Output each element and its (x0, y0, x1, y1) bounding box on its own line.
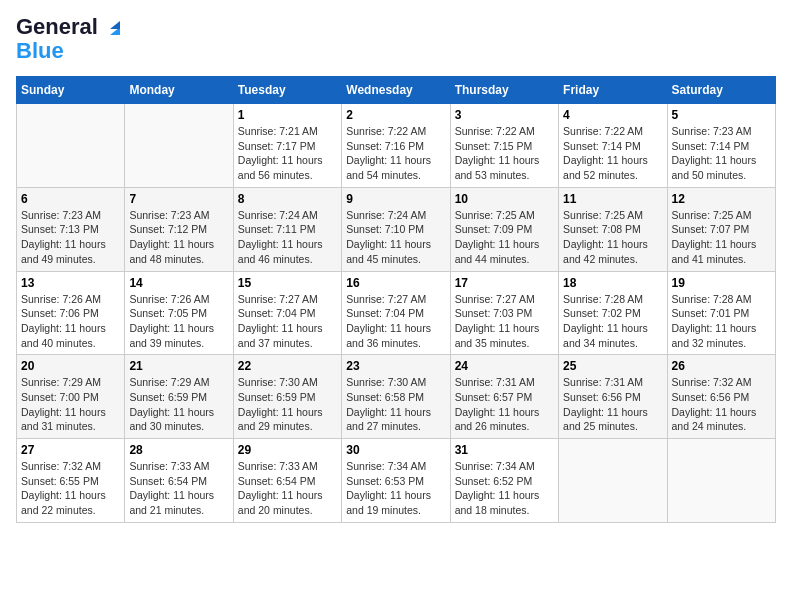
week-row-1: 1Sunrise: 7:21 AM Sunset: 7:17 PM Daylig… (17, 104, 776, 188)
day-info: Sunrise: 7:30 AM Sunset: 6:58 PM Dayligh… (346, 375, 445, 434)
day-cell: 4Sunrise: 7:22 AM Sunset: 7:14 PM Daylig… (559, 104, 667, 188)
day-cell: 13Sunrise: 7:26 AM Sunset: 7:06 PM Dayli… (17, 271, 125, 355)
day-number: 11 (563, 192, 662, 206)
day-info: Sunrise: 7:26 AM Sunset: 7:06 PM Dayligh… (21, 292, 120, 351)
day-info: Sunrise: 7:32 AM Sunset: 6:56 PM Dayligh… (672, 375, 771, 434)
day-info: Sunrise: 7:29 AM Sunset: 7:00 PM Dayligh… (21, 375, 120, 434)
day-cell: 30Sunrise: 7:34 AM Sunset: 6:53 PM Dayli… (342, 439, 450, 523)
svg-marker-1 (110, 21, 120, 29)
day-cell: 15Sunrise: 7:27 AM Sunset: 7:04 PM Dayli… (233, 271, 341, 355)
day-info: Sunrise: 7:21 AM Sunset: 7:17 PM Dayligh… (238, 124, 337, 183)
day-number: 24 (455, 359, 554, 373)
day-number: 16 (346, 276, 445, 290)
day-info: Sunrise: 7:33 AM Sunset: 6:54 PM Dayligh… (238, 459, 337, 518)
day-info: Sunrise: 7:29 AM Sunset: 6:59 PM Dayligh… (129, 375, 228, 434)
day-info: Sunrise: 7:23 AM Sunset: 7:14 PM Dayligh… (672, 124, 771, 183)
day-cell (667, 439, 775, 523)
day-cell: 26Sunrise: 7:32 AM Sunset: 6:56 PM Dayli… (667, 355, 775, 439)
day-cell: 23Sunrise: 7:30 AM Sunset: 6:58 PM Dayli… (342, 355, 450, 439)
day-cell: 5Sunrise: 7:23 AM Sunset: 7:14 PM Daylig… (667, 104, 775, 188)
day-cell: 3Sunrise: 7:22 AM Sunset: 7:15 PM Daylig… (450, 104, 558, 188)
day-cell: 16Sunrise: 7:27 AM Sunset: 7:04 PM Dayli… (342, 271, 450, 355)
day-number: 25 (563, 359, 662, 373)
calendar-table: SundayMondayTuesdayWednesdayThursdayFrid… (16, 76, 776, 523)
day-number: 27 (21, 443, 120, 457)
day-cell: 12Sunrise: 7:25 AM Sunset: 7:07 PM Dayli… (667, 187, 775, 271)
day-number: 13 (21, 276, 120, 290)
day-number: 19 (672, 276, 771, 290)
header-cell-sunday: Sunday (17, 77, 125, 104)
day-number: 2 (346, 108, 445, 122)
day-info: Sunrise: 7:24 AM Sunset: 7:10 PM Dayligh… (346, 208, 445, 267)
day-info: Sunrise: 7:22 AM Sunset: 7:16 PM Dayligh… (346, 124, 445, 183)
day-info: Sunrise: 7:31 AM Sunset: 6:57 PM Dayligh… (455, 375, 554, 434)
logo-line1: General (16, 16, 124, 38)
day-info: Sunrise: 7:30 AM Sunset: 6:59 PM Dayligh… (238, 375, 337, 434)
day-cell: 7Sunrise: 7:23 AM Sunset: 7:12 PM Daylig… (125, 187, 233, 271)
day-number: 23 (346, 359, 445, 373)
day-info: Sunrise: 7:34 AM Sunset: 6:53 PM Dayligh… (346, 459, 445, 518)
header-cell-saturday: Saturday (667, 77, 775, 104)
day-cell: 1Sunrise: 7:21 AM Sunset: 7:17 PM Daylig… (233, 104, 341, 188)
day-number: 5 (672, 108, 771, 122)
day-cell: 9Sunrise: 7:24 AM Sunset: 7:10 PM Daylig… (342, 187, 450, 271)
day-number: 8 (238, 192, 337, 206)
day-number: 9 (346, 192, 445, 206)
day-number: 7 (129, 192, 228, 206)
day-cell: 14Sunrise: 7:26 AM Sunset: 7:05 PM Dayli… (125, 271, 233, 355)
day-cell: 10Sunrise: 7:25 AM Sunset: 7:09 PM Dayli… (450, 187, 558, 271)
header-row: SundayMondayTuesdayWednesdayThursdayFrid… (17, 77, 776, 104)
day-cell: 21Sunrise: 7:29 AM Sunset: 6:59 PM Dayli… (125, 355, 233, 439)
day-number: 1 (238, 108, 337, 122)
day-cell: 22Sunrise: 7:30 AM Sunset: 6:59 PM Dayli… (233, 355, 341, 439)
day-cell: 25Sunrise: 7:31 AM Sunset: 6:56 PM Dayli… (559, 355, 667, 439)
day-info: Sunrise: 7:26 AM Sunset: 7:05 PM Dayligh… (129, 292, 228, 351)
day-info: Sunrise: 7:27 AM Sunset: 7:03 PM Dayligh… (455, 292, 554, 351)
day-number: 10 (455, 192, 554, 206)
day-number: 17 (455, 276, 554, 290)
day-cell (125, 104, 233, 188)
day-cell: 11Sunrise: 7:25 AM Sunset: 7:08 PM Dayli… (559, 187, 667, 271)
day-number: 22 (238, 359, 337, 373)
header-cell-tuesday: Tuesday (233, 77, 341, 104)
day-info: Sunrise: 7:23 AM Sunset: 7:12 PM Dayligh… (129, 208, 228, 267)
day-number: 20 (21, 359, 120, 373)
day-info: Sunrise: 7:27 AM Sunset: 7:04 PM Dayligh… (238, 292, 337, 351)
day-info: Sunrise: 7:27 AM Sunset: 7:04 PM Dayligh… (346, 292, 445, 351)
day-info: Sunrise: 7:24 AM Sunset: 7:11 PM Dayligh… (238, 208, 337, 267)
day-number: 3 (455, 108, 554, 122)
day-cell (17, 104, 125, 188)
day-number: 18 (563, 276, 662, 290)
day-number: 4 (563, 108, 662, 122)
day-cell: 29Sunrise: 7:33 AM Sunset: 6:54 PM Dayli… (233, 439, 341, 523)
day-number: 28 (129, 443, 228, 457)
day-number: 6 (21, 192, 120, 206)
header-cell-wednesday: Wednesday (342, 77, 450, 104)
day-cell: 19Sunrise: 7:28 AM Sunset: 7:01 PM Dayli… (667, 271, 775, 355)
day-info: Sunrise: 7:34 AM Sunset: 6:52 PM Dayligh… (455, 459, 554, 518)
day-cell: 24Sunrise: 7:31 AM Sunset: 6:57 PM Dayli… (450, 355, 558, 439)
day-number: 14 (129, 276, 228, 290)
day-number: 12 (672, 192, 771, 206)
day-number: 26 (672, 359, 771, 373)
day-number: 21 (129, 359, 228, 373)
logo-arrow-icon (106, 19, 124, 37)
day-cell: 6Sunrise: 7:23 AM Sunset: 7:13 PM Daylig… (17, 187, 125, 271)
day-info: Sunrise: 7:22 AM Sunset: 7:15 PM Dayligh… (455, 124, 554, 183)
day-info: Sunrise: 7:25 AM Sunset: 7:07 PM Dayligh… (672, 208, 771, 267)
week-row-5: 27Sunrise: 7:32 AM Sunset: 6:55 PM Dayli… (17, 439, 776, 523)
logo: General Blue (16, 16, 124, 64)
day-cell: 20Sunrise: 7:29 AM Sunset: 7:00 PM Dayli… (17, 355, 125, 439)
day-cell: 28Sunrise: 7:33 AM Sunset: 6:54 PM Dayli… (125, 439, 233, 523)
day-cell: 31Sunrise: 7:34 AM Sunset: 6:52 PM Dayli… (450, 439, 558, 523)
day-cell: 18Sunrise: 7:28 AM Sunset: 7:02 PM Dayli… (559, 271, 667, 355)
day-info: Sunrise: 7:23 AM Sunset: 7:13 PM Dayligh… (21, 208, 120, 267)
day-cell: 17Sunrise: 7:27 AM Sunset: 7:03 PM Dayli… (450, 271, 558, 355)
day-info: Sunrise: 7:31 AM Sunset: 6:56 PM Dayligh… (563, 375, 662, 434)
day-info: Sunrise: 7:33 AM Sunset: 6:54 PM Dayligh… (129, 459, 228, 518)
day-info: Sunrise: 7:28 AM Sunset: 7:01 PM Dayligh… (672, 292, 771, 351)
day-cell: 8Sunrise: 7:24 AM Sunset: 7:11 PM Daylig… (233, 187, 341, 271)
day-cell: 2Sunrise: 7:22 AM Sunset: 7:16 PM Daylig… (342, 104, 450, 188)
day-number: 30 (346, 443, 445, 457)
day-info: Sunrise: 7:28 AM Sunset: 7:02 PM Dayligh… (563, 292, 662, 351)
